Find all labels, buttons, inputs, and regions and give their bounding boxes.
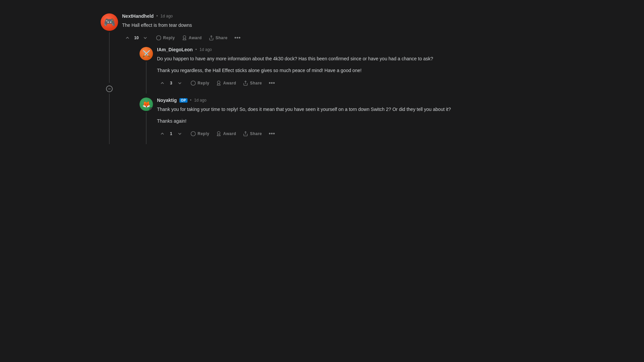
vote-section: 1 <box>157 129 185 138</box>
thread-line <box>109 32 110 83</box>
upvote-icon <box>125 35 130 41</box>
action-bar: 10 Reply <box>122 33 543 43</box>
more-button[interactable]: ••• <box>266 78 278 88</box>
thread-line-2 <box>109 94 110 144</box>
op-badge: OP <box>179 98 187 103</box>
username[interactable]: NextHandheld <box>122 13 154 19</box>
reply-1: ⚔️ IAm_DiegoLeon • 1d ago Do you happen … <box>140 47 543 94</box>
comment-left-col: 🎮 − <box>101 13 118 144</box>
more-button[interactable]: ••• <box>266 129 278 139</box>
share-button[interactable]: Share <box>206 33 230 43</box>
svg-point-7 <box>217 131 220 134</box>
reply-button[interactable]: Reply <box>188 129 212 138</box>
svg-point-6 <box>191 131 195 136</box>
action-bar: 3 <box>157 78 543 88</box>
timestamp: 1d ago <box>194 98 207 103</box>
comment-header: IAm_DiegoLeon • 1d ago <box>157 47 543 52</box>
downvote-button[interactable] <box>174 129 185 138</box>
reply-button[interactable]: Reply <box>153 33 177 43</box>
svg-point-1 <box>183 36 186 39</box>
upvote-icon <box>160 131 165 136</box>
upvote-icon <box>160 80 165 86</box>
svg-point-3 <box>191 81 195 85</box>
avatar: 🎮 <box>101 13 118 31</box>
more-icon: ••• <box>269 80 275 86</box>
share-icon <box>209 35 214 41</box>
reply-left-col: 🦊 <box>140 98 153 144</box>
svg-point-4 <box>217 81 220 84</box>
comment-body: Thank you for taking your time to reply!… <box>157 106 543 125</box>
avatar: ⚔️ <box>140 47 153 60</box>
downvote-icon <box>143 35 148 41</box>
vote-section: 3 <box>157 78 185 88</box>
share-button[interactable]: Share <box>240 129 265 138</box>
award-button[interactable]: Award <box>179 33 205 43</box>
username[interactable]: Noyaktig <box>157 98 177 103</box>
award-button[interactable]: Award <box>213 78 239 88</box>
reply-content: IAm_DiegoLeon • 1d ago Do you happen to … <box>157 47 543 94</box>
timestamp: 1d ago <box>160 14 173 18</box>
share-button[interactable]: Share <box>240 78 265 88</box>
comment-thread: 🎮 − NextHandheld • 1d ago The Hall effec… <box>87 7 557 156</box>
vote-count: 10 <box>134 36 139 40</box>
reply-left-col: ⚔️ <box>140 47 153 94</box>
more-icon: ••• <box>269 130 275 137</box>
main-comment: 🎮 − NextHandheld • 1d ago The Hall effec… <box>101 13 543 144</box>
comment-header: Noyaktig OP • 1d ago <box>157 98 543 103</box>
downvote-button[interactable] <box>174 78 185 88</box>
comment-right-col: NextHandheld • 1d ago The Hall effect is… <box>122 13 543 144</box>
award-button[interactable]: Award <box>213 129 239 138</box>
reply-icon <box>191 80 196 86</box>
vote-section: 10 <box>122 33 151 43</box>
more-icon: ••• <box>234 35 240 41</box>
thread-line <box>146 62 147 94</box>
award-icon <box>216 131 221 136</box>
collapse-button[interactable]: − <box>106 85 113 92</box>
downvote-icon <box>177 80 182 86</box>
avatar: 🦊 <box>140 98 153 111</box>
comment-body: Do you happen to have any more informati… <box>157 55 543 74</box>
share-icon <box>243 80 248 86</box>
award-icon <box>182 35 187 41</box>
vote-count: 1 <box>169 131 173 136</box>
vote-count: 3 <box>169 81 173 85</box>
comment-header: NextHandheld • 1d ago <box>122 13 543 19</box>
username[interactable]: IAm_DiegoLeon <box>157 47 193 52</box>
downvote-button[interactable] <box>140 33 151 43</box>
action-bar: 1 <box>157 129 543 139</box>
upvote-button[interactable] <box>157 78 168 88</box>
more-button[interactable]: ••• <box>231 33 243 43</box>
award-icon <box>216 80 221 86</box>
share-icon <box>243 131 248 136</box>
downvote-icon <box>177 131 182 136</box>
reply-button[interactable]: Reply <box>188 78 212 88</box>
reply-2: 🦊 Noyaktig OP • 1d ago Than <box>140 98 543 144</box>
comment-body: The Hall effect is from tear downs <box>122 21 543 29</box>
reply-icon <box>191 131 196 136</box>
reply-content: Noyaktig OP • 1d ago Thank you for takin… <box>157 98 543 144</box>
thread-line <box>146 112 147 144</box>
upvote-button[interactable] <box>122 33 133 43</box>
svg-point-0 <box>157 36 161 40</box>
reply-icon <box>156 35 161 41</box>
upvote-button[interactable] <box>157 129 168 138</box>
timestamp: 1d ago <box>200 47 212 52</box>
replies-container: ⚔️ IAm_DiegoLeon • 1d ago Do you happen … <box>140 47 543 144</box>
